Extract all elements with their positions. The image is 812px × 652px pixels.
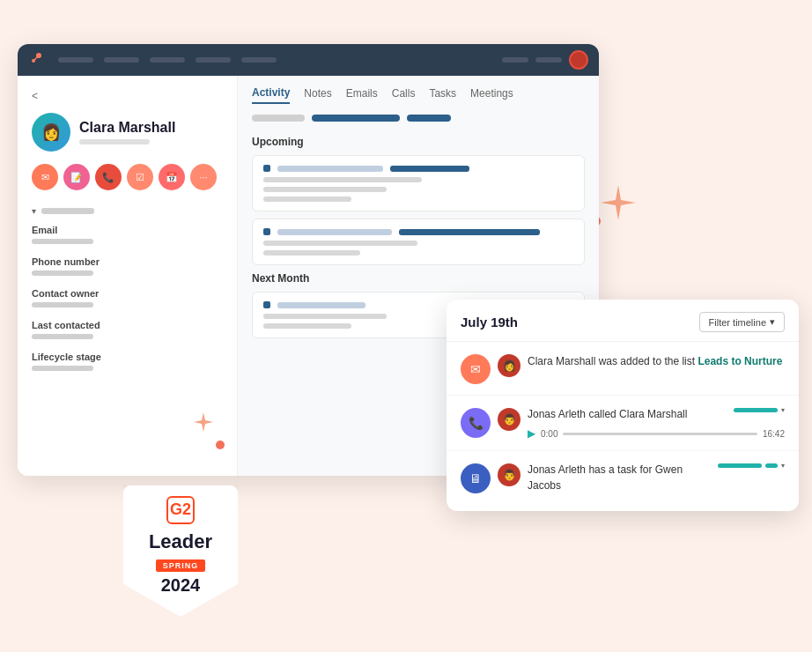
- tab-emails[interactable]: Emails: [346, 87, 378, 103]
- text-bar-b: [263, 187, 387, 192]
- timeline-row-top-3: Jonas Arleth has a task for Gwen Jacobs …: [528, 462, 785, 493]
- contact-name: Clara Marshall: [79, 120, 175, 136]
- filter-timeline-button[interactable]: Filter timeline ▾: [699, 312, 785, 332]
- timeline-body: ✉ 👩 Clara Marshall was added to the list…: [447, 342, 799, 511]
- timeline-text-pre-1: Clara Marshall was added to the list: [528, 355, 698, 367]
- card-bar-3: [277, 229, 392, 235]
- field-label-owner: Contact owner: [32, 288, 223, 299]
- tab-calls[interactable]: Calls: [392, 87, 416, 103]
- audio-start-time: 0:00: [541, 429, 557, 439]
- timeline-icon-col-2: 📞: [461, 406, 498, 438]
- task-status-bar: [718, 463, 762, 468]
- filter-chevron-icon: ▾: [770, 316, 775, 328]
- field-phone: Phone number: [32, 256, 223, 276]
- card-dot: [263, 165, 270, 172]
- back-button[interactable]: <: [32, 90, 223, 102]
- avatar-image: 👩: [32, 113, 70, 152]
- action-icon-call[interactable]: 📞: [95, 164, 122, 190]
- audio-end-time: 16:42: [763, 429, 785, 439]
- timeline-row-top-2: Jonas Arleth called Clara Marshall ▾: [528, 406, 785, 422]
- tab-notes[interactable]: Notes: [304, 87, 331, 103]
- crm-topbar: [18, 44, 599, 76]
- timeline-icon-col-1: ✉: [461, 352, 498, 384]
- timeline-text-task: Jonas Arleth has a task for Gwen Jacobs: [528, 462, 711, 493]
- field-label-phone: Phone number: [32, 256, 223, 267]
- nav-item-1: [58, 57, 93, 63]
- card-bar-1: [277, 166, 383, 172]
- field-label-email: Email: [32, 225, 223, 235]
- g2-year-label: 2024: [132, 575, 229, 596]
- text-bar-g: [263, 323, 351, 329]
- action-icon-more[interactable]: ···: [190, 164, 217, 190]
- card-row-2: [263, 228, 573, 235]
- upcoming-card-1: [252, 155, 585, 211]
- crm-logo: [28, 50, 44, 70]
- timeline-icon-phone: 📞: [461, 408, 491, 438]
- user-avatar[interactable]: [569, 50, 588, 70]
- timeline-icon-col-3: 🖥: [461, 462, 498, 493]
- action-icon-note[interactable]: 📝: [63, 164, 90, 190]
- card-text-bars-1: [263, 177, 573, 202]
- filter-timeline-label: Filter timeline: [709, 317, 766, 328]
- timeline-icon-envelope: ✉: [461, 354, 491, 384]
- timeline-content-1: Clara Marshall was added to the list Lea…: [528, 352, 785, 369]
- task-status-bar-sm: [765, 463, 778, 468]
- g2-logo: G2: [166, 496, 195, 524]
- action-icon-task[interactable]: ☑: [127, 164, 153, 190]
- contact-action-icons: ✉ 📝 📞 ☑ 📅 ···: [32, 164, 223, 190]
- task-chevron-icon: ▾: [781, 462, 785, 470]
- audio-track[interactable]: [563, 433, 757, 435]
- action-icon-email[interactable]: ✉: [32, 164, 58, 190]
- audio-play-icon[interactable]: ▶: [528, 427, 535, 440]
- tab-tasks[interactable]: Tasks: [429, 87, 456, 103]
- g2-season-badge: SPRING: [156, 559, 206, 572]
- tab-activity[interactable]: Activity: [252, 86, 290, 104]
- filter-bar-2: [312, 115, 400, 122]
- contact-sub-bar: [79, 139, 150, 144]
- crm-sidebar: < 👩 Clara Marshall ✉ 📝 📞 ☑ 📅 ··· ▾ Email: [18, 76, 238, 476]
- action-icon-meet[interactable]: 📅: [159, 164, 185, 190]
- timeline-icon-monitor: 🖥: [461, 463, 491, 493]
- timeline-bar-area-3: ▾: [718, 462, 785, 470]
- g2-leader-label: Leader: [132, 531, 229, 552]
- field-email: Email: [32, 225, 223, 244]
- timeline-content-3: Jonas Arleth has a task for Gwen Jacobs …: [528, 462, 785, 493]
- card-bar-2: [390, 166, 469, 172]
- card-bar-5: [277, 302, 365, 308]
- text-bar-d: [263, 241, 417, 246]
- timeline-link-leads[interactable]: Leads to Nurture: [698, 355, 782, 367]
- text-bar-c: [263, 196, 351, 202]
- section-toggle[interactable]: ▾: [32, 206, 223, 216]
- field-value-email: [32, 239, 93, 244]
- field-label-lifecycle: Lifecycle stage: [32, 352, 223, 362]
- crm-topbar-nav: [58, 57, 495, 63]
- crm-topbar-right: [502, 50, 588, 70]
- section-upcoming-label: Upcoming: [252, 136, 585, 148]
- nav-item-4: [196, 57, 231, 63]
- filter-bars: [252, 115, 585, 122]
- g2-badge-shape: G2 Leader SPRING 2024: [123, 485, 238, 617]
- contact-header: 👩 Clara Marshall: [32, 113, 223, 152]
- text-bar-e: [263, 250, 360, 256]
- tab-meetings[interactable]: Meetings: [470, 87, 513, 103]
- timeline-avatar-jonas: 👨: [498, 408, 520, 431]
- field-lifecycle: Lifecycle stage: [32, 352, 223, 371]
- timeline-date: July 19th: [461, 315, 518, 330]
- field-contacted: Last contacted: [32, 320, 223, 339]
- contact-avatar: 👩: [32, 113, 70, 152]
- timeline-panel: July 19th Filter timeline ▾ ✉ 👩 Clara Ma…: [447, 300, 799, 511]
- card-dot-3: [263, 301, 270, 308]
- filter-bar-1: [252, 115, 305, 122]
- upcoming-card-2: [252, 219, 585, 265]
- timeline-entry-call: 📞 👨 Jonas Arleth called Clara Marshall ▾: [447, 396, 799, 451]
- g2-badge: G2 Leader SPRING 2024: [123, 485, 238, 617]
- filter-bar-3: [407, 115, 451, 122]
- timeline-text-1: Clara Marshall was added to the list Lea…: [528, 355, 782, 367]
- nav-item-5: [241, 57, 277, 63]
- audio-player: ▶ 0:00 16:42: [528, 427, 785, 440]
- svg-line-2: [33, 56, 39, 61]
- avatar-image-jonas-2: 👨: [498, 463, 520, 486]
- field-value-owner: [32, 302, 93, 307]
- timeline-text-call: Jonas Arleth called Clara Marshall: [528, 406, 727, 422]
- timeline-entry-list-add: ✉ 👩 Clara Marshall was added to the list…: [447, 342, 799, 396]
